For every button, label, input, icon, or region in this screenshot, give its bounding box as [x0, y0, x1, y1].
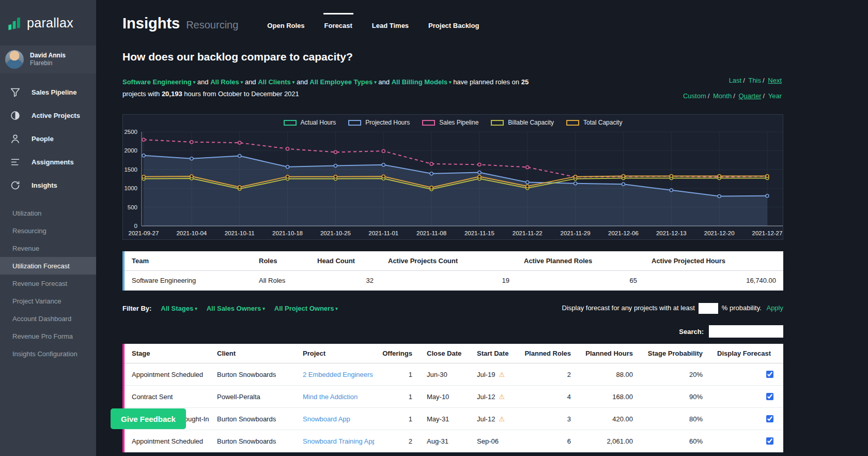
period-link-next[interactable]: Next [768, 77, 782, 84]
search-input[interactable] [709, 325, 783, 338]
stage-probability-cell: 80% [640, 408, 710, 430]
display-forecast-cell [710, 363, 783, 386]
sidebar-item-people[interactable]: People [0, 127, 96, 150]
svg-text:1500: 1500 [124, 166, 137, 173]
topbar: Insights Resourcing Open Roles Forecast … [122, 0, 783, 31]
project-cell: Mind the Addiction [296, 386, 375, 408]
col-roles: Roles [252, 251, 310, 271]
legend-item[interactable]: Total Capacity [566, 119, 622, 126]
sidebar-subitem-utilization[interactable]: Utilization [0, 204, 96, 222]
search-row: Search: [122, 325, 783, 338]
sidebar-item-insights[interactable]: Insights [0, 174, 96, 197]
sidebar-subitem-revenue[interactable]: Revenue [0, 239, 96, 257]
sidebar-subitem-revenue-forecast[interactable]: Revenue Forecast [0, 275, 96, 292]
granularity-link-year[interactable]: Year [768, 92, 782, 100]
legend-item[interactable]: Sales Pipeline [422, 119, 478, 126]
sales-owners-filter-dropdown[interactable]: All Sales Owners▾ [207, 305, 265, 312]
legend-item[interactable]: Actual Hours [284, 119, 336, 126]
project-cell: Snowboard Training App [296, 430, 375, 452]
planned-hours-total: 20,193 [162, 90, 182, 98]
sidebar-subitem-account-dashboard[interactable]: Account Dashboard [0, 310, 96, 327]
project-owners-filter-dropdown[interactable]: All Project Owners▾ [274, 305, 338, 312]
stage-cell: Appointment Scheduled [125, 430, 210, 452]
chevron-down-icon: ▾ [241, 80, 243, 85]
page-subtitle: Resourcing [186, 19, 238, 31]
sidebar-subitem-insights-configuration[interactable]: Insights Configuration [0, 345, 96, 362]
sidebar-subitem-project-variance[interactable]: Project Variance [0, 292, 96, 310]
user-profile[interactable]: David Annis Flarebin [0, 45, 96, 73]
sidebar-item-active-projects[interactable]: Active Projects [0, 104, 96, 127]
stage-filter-bar: Filter By: All Stages▾ All Sales Owners▾… [122, 303, 783, 314]
client-cell: Burton Snowboards [210, 408, 296, 430]
start-date-cell: Jul-19⚠ [470, 363, 516, 386]
display-forecast-checkbox[interactable] [766, 371, 773, 378]
granularity-link-month[interactable]: Month [713, 92, 732, 100]
sidebar-item-sales-pipeline[interactable]: Sales Pipeline [0, 81, 96, 104]
probability-input[interactable] [699, 303, 718, 314]
tab-project-backlog[interactable]: Project Backlog [428, 22, 479, 31]
offerings-cell: 1 [375, 363, 420, 386]
tab-lead-times[interactable]: Lead Times [372, 22, 409, 31]
offerings-cell: 2 [375, 430, 420, 452]
warning-icon: ⚠ [499, 393, 505, 401]
roles-filter-dropdown[interactable]: All Roles▾ [210, 78, 243, 86]
project-link[interactable]: 2 Embedded Engineers [303, 371, 373, 378]
granularity-link-custom[interactable]: Custom [683, 92, 706, 100]
legend-item[interactable]: Billable Capacity [491, 119, 554, 126]
avatar [5, 50, 24, 69]
sidebar-subitem-resourcing[interactable]: Resourcing [0, 222, 96, 239]
col-client: Client [210, 344, 296, 363]
forecast-row: Decision Maker Bought-In Burton Snowboar… [125, 408, 783, 430]
project-link[interactable]: Snowboard App [303, 415, 350, 423]
projects-count: 25 [521, 78, 529, 86]
svg-text:2021-10-04: 2021-10-04 [176, 230, 207, 236]
legend-swatch [491, 120, 504, 126]
svg-text:2021-09-27: 2021-09-27 [129, 230, 159, 236]
stages-filter-dropdown[interactable]: All Stages▾ [161, 305, 197, 312]
clients-filter-dropdown[interactable]: All Clients▾ [258, 78, 295, 86]
granularity-link-quarter[interactable]: Quarter [738, 92, 761, 100]
forecast-header-row: Stage Client Project Offerings Close Dat… [125, 344, 783, 363]
col-active-projected-hours: Active Projected Hours [644, 251, 783, 271]
tab-open-roles[interactable]: Open Roles [267, 22, 304, 31]
probability-prefix: Display forecast for any projects with a… [562, 304, 695, 312]
period-link-this[interactable]: This [748, 77, 761, 84]
sidebar-subitem-utilization-forecast[interactable]: Utilization Forecast [0, 257, 96, 275]
apply-button[interactable]: Apply [766, 304, 783, 312]
svg-text:2021-12-13: 2021-12-13 [656, 230, 687, 236]
svg-text:2000: 2000 [124, 148, 137, 154]
team-filter-dropdown[interactable]: Software Engineering▾ [122, 78, 195, 86]
legend-swatch [284, 120, 297, 126]
billing-models-filter-dropdown[interactable]: All Billing Models▾ [392, 78, 452, 86]
employee-types-filter-dropdown[interactable]: All Employee Types▾ [309, 78, 376, 86]
give-feedback-button[interactable]: Give Feedback [111, 408, 186, 429]
project-link[interactable]: Snowboard Training App [303, 437, 375, 445]
probability-suffix: % probability. [722, 304, 762, 312]
stage-probability-cell: 60% [640, 430, 710, 452]
insight-tabs: Open Roles Forecast Lead Times Project B… [267, 22, 479, 31]
col-team: Team [125, 251, 252, 271]
stage-probability-cell: 20% [640, 363, 710, 386]
display-forecast-checkbox[interactable] [766, 415, 773, 422]
tab-forecast[interactable]: Forecast [324, 22, 352, 31]
sidebar: parallax David Annis Flarebin Sales Pipe… [0, 0, 96, 456]
chevron-down-icon: ▾ [195, 306, 197, 311]
sidebar-item-assignments[interactable]: Assignments [0, 150, 96, 174]
legend-item[interactable]: Projected Hours [348, 119, 410, 126]
display-forecast-checkbox[interactable] [766, 437, 773, 445]
period-link-last[interactable]: Last [729, 77, 742, 84]
col-active-projects-count: Active Projects Count [381, 251, 517, 271]
active-projects-count-cell: 19 [381, 271, 517, 291]
logo[interactable]: parallax [0, 0, 96, 45]
col-active-planned-roles: Active Planned Roles [517, 251, 644, 271]
svg-text:2021-11-08: 2021-11-08 [416, 230, 446, 236]
chevron-down-icon: ▾ [335, 306, 338, 311]
display-forecast-checkbox[interactable] [766, 393, 773, 400]
main-content: Insights Resourcing Open Roles Forecast … [96, 0, 868, 456]
svg-text:2021-11-29: 2021-11-29 [561, 230, 591, 236]
client-cell: Burton Snowboards [210, 430, 296, 452]
sidebar-subitem-revenue-pro-forma[interactable]: Revenue Pro Forma [0, 327, 96, 345]
active-projected-hours-cell: 16,740.00 [644, 271, 783, 291]
team-table-header-row: Team Roles Head Count Active Projects Co… [125, 251, 783, 271]
project-link[interactable]: Mind the Addiction [303, 393, 358, 401]
